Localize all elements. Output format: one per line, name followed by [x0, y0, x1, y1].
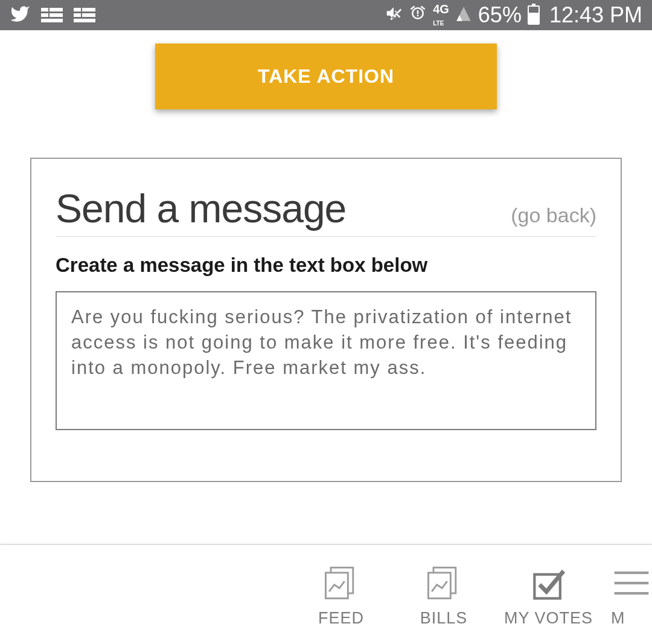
message-textarea[interactable]	[56, 291, 596, 430]
nav-my-votes-label: MY VOTES	[504, 609, 593, 628]
panel-title: Send a message	[56, 185, 346, 231]
nav-feed[interactable]: FEED	[299, 562, 383, 628]
more-icon	[611, 562, 652, 604]
signal-icon	[455, 2, 472, 28]
nav-bills-label: BILLS	[420, 609, 468, 628]
nav-more[interactable]: M	[611, 562, 652, 628]
nav-more-label: M	[611, 609, 625, 628]
panel-header: Send a message (go back)	[56, 185, 596, 237]
go-back-link[interactable]: (go back)	[511, 204, 596, 227]
send-message-panel: Send a message (go back) Create a messag…	[30, 158, 622, 482]
clock: 12:43 PM	[549, 2, 642, 28]
nav-bills[interactable]: BILLS	[401, 562, 486, 628]
network-type-label: 4GLTE	[433, 3, 449, 27]
vibrate-mute-icon	[385, 2, 403, 28]
main-content: TAKE ACTION Send a message (go back) Cre…	[0, 30, 652, 482]
flag-notification-icon-2	[74, 8, 95, 22]
bottom-nav: FEED BILLS MY VOTES M	[0, 544, 652, 644]
status-left	[10, 4, 95, 27]
battery-percent: 65%	[478, 2, 522, 28]
feed-icon	[321, 562, 362, 604]
flag-notification-icon-1	[41, 8, 63, 22]
alarm-icon	[409, 2, 427, 28]
battery-icon	[528, 5, 540, 25]
nav-my-votes[interactable]: MY VOTES	[504, 562, 593, 628]
take-action-wrap: TAKE ACTION	[0, 30, 652, 109]
my-votes-icon	[528, 562, 569, 604]
status-right: 4GLTE 65% 12:43 PM	[385, 2, 642, 28]
android-status-bar: 4GLTE 65% 12:43 PM	[0, 0, 652, 30]
take-action-button[interactable]: TAKE ACTION	[155, 43, 497, 109]
nav-feed-label: FEED	[318, 609, 364, 628]
twitter-icon	[10, 4, 30, 27]
bills-icon	[423, 562, 464, 604]
instruction-text: Create a message in the text box below	[56, 254, 596, 277]
